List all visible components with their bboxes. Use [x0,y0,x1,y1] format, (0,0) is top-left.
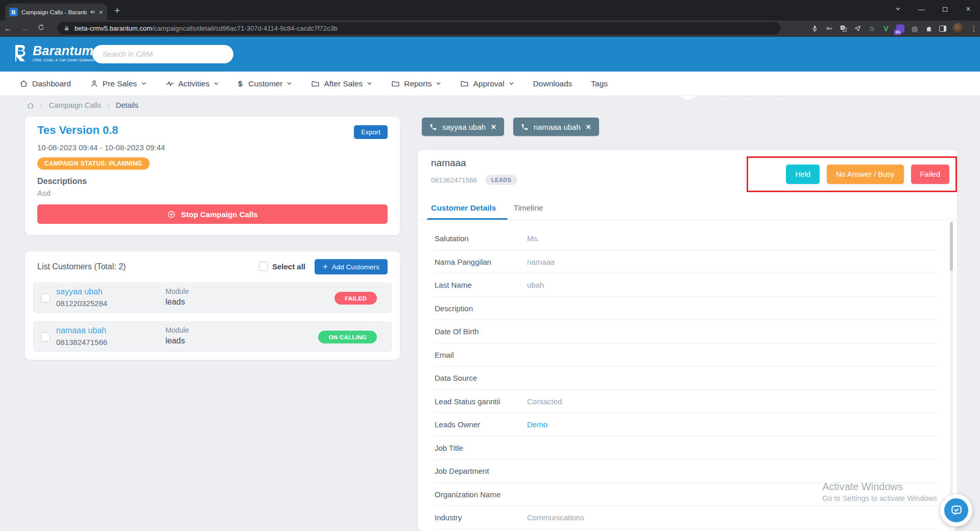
detail-customer-phone: 081382471566 [431,176,477,184]
nav-item-after-sales[interactable]: After Sales [311,79,372,88]
breadcrumb-campaign-calls[interactable]: Campaign Calls [49,101,101,109]
export-button[interactable]: Export [354,125,388,139]
scrollbar-thumb[interactable] [950,222,953,271]
bookmark-star-icon[interactable]: ☆ [868,25,876,33]
customer-detail-card: namaaa 081382471566 LEADS Held No Answer… [418,150,957,531]
chevron-down-icon [367,81,372,86]
detail-customer-name: namaaa [431,157,466,169]
target-extension-icon[interactable]: ◎ [911,25,919,33]
field-row: Lead Status ganntii Contacted [435,390,939,413]
back-icon[interactable]: ← [0,24,16,33]
no-answer-busy-button[interactable]: No Answer / Busy [827,165,903,184]
password-key-icon[interactable] [825,25,833,33]
nav-item-tags[interactable]: Tags [591,79,608,88]
brand-name: Barantum [33,44,94,58]
browser-tab[interactable]: B Campaign Calls - Barantum C × [5,4,107,20]
customer-row[interactable]: sayyaa ubah 081220325284 Module leads FA… [33,283,392,313]
customer-name-link[interactable]: namaaa ubah [56,326,106,335]
descriptions-value: Asd [37,189,51,197]
customer-row[interactable]: namaaa ubah 081382471566 Module leads ON… [33,321,392,352]
customer-name-link[interactable]: sayyaa ubah [56,287,103,296]
field-row: Organization Name [435,483,939,506]
address-bar[interactable]: beta-crmv5.barantum.com /campaigncalls/d… [57,22,780,35]
browser-profile-avatar[interactable] [952,23,964,34]
browser-menu-icon[interactable]: ⋮ [970,25,978,33]
lock-icon [63,25,70,32]
held-button[interactable]: Held [786,165,820,184]
tab-title: Campaign Calls - Barantum C [21,9,87,15]
chat-widget-button[interactable] [940,494,972,526]
tab-audio-icon[interactable] [89,9,96,15]
failed-button[interactable]: Failed [911,165,950,184]
browser-url-bar: ← → beta-crmv5.barantum.com /campaigncal… [0,20,980,37]
window-maximize-button[interactable] [933,6,957,13]
active-call-chips: sayyaa ubah ✕ namaaa ubah ✕ [422,118,599,136]
main-nav: Dashboard Pre Sales Activities $ Custome… [0,72,980,96]
tab-search-caret-icon[interactable] [886,6,910,13]
search-input[interactable] [92,45,233,63]
folder-icon [311,79,320,88]
call-chip[interactable]: sayyaa ubah ✕ [422,118,504,136]
share-icon[interactable] [853,25,862,33]
detail-scrollbar[interactable] [950,222,953,503]
field-row: Leads Owner Demo [435,413,939,436]
select-all-checkbox[interactable] [259,262,268,271]
module-value: leads [165,336,185,345]
tab-close-icon[interactable]: × [99,8,103,16]
field-row: Description [435,297,939,320]
campaign-card: Tes Version 0.8 Export 10-08-2023 09:44 … [25,117,400,235]
activity-icon [165,79,174,88]
window-minimize-button[interactable]: — [910,6,933,13]
app-header: Barantum CRM, Chats, & Call Center Softw… [0,37,980,72]
chat-widget-icon [944,498,968,522]
extensions-puzzle-icon[interactable] [925,25,933,33]
barantum-logo[interactable]: Barantum CRM, Chats, & Call Center Softw… [13,44,94,62]
extension-badge: 21 [894,30,901,35]
customer-checkbox[interactable] [41,293,50,303]
chevron-down-icon [141,81,147,86]
close-icon[interactable]: ✕ [491,123,496,131]
plus-icon: + [323,262,327,271]
home-icon[interactable] [27,102,34,109]
call-chip[interactable]: namaaa ubah ✕ [513,118,599,136]
nav-item-approval[interactable]: Approval [460,79,514,88]
field-row: Last Name ubah [435,273,939,297]
folder-icon [391,79,400,88]
campaign-period: 10-08-2023 09:44 - 10-08-2023 09:44 [37,143,165,152]
field-row: Job Title [435,436,939,460]
add-customers-button[interactable]: + Add Customers [315,259,388,274]
nav-item-customer[interactable]: $ Customer [238,79,292,88]
tab-timeline[interactable]: Timeline [513,203,543,219]
nav-item-pre-sales[interactable]: Pre Sales [90,79,147,88]
close-icon[interactable]: ✕ [586,123,591,131]
mic-icon[interactable] [810,25,819,33]
descriptions-label: Descriptions [37,177,87,186]
select-all-label: Select all [272,262,305,271]
window-close-button[interactable]: × [957,5,980,14]
url-domain: beta-crmv5.barantum.com [75,25,152,32]
folder-icon [460,79,469,88]
customer-checkbox[interactable] [41,332,50,341]
field-row: Industry Communications [435,506,939,529]
side-panel-icon[interactable] [939,26,946,32]
nav-item-downloads[interactable]: Downloads [533,79,572,88]
translate-icon[interactable] [839,25,847,33]
customer-fields: Salutation Ms. Nama Panggilan namaaa Las… [418,227,957,529]
nav-item-activities[interactable]: Activities [165,79,219,88]
nav-item-reports[interactable]: Reports [391,79,441,88]
leads-owner-link[interactable]: Demo [527,413,547,436]
nav-item-dashboard[interactable]: Dashboard [19,79,71,88]
new-tab-button[interactable]: + [114,6,120,15]
reload-icon[interactable] [33,24,49,33]
stop-campaign-calls-button[interactable]: Stop Campaign Calls [37,204,388,224]
forward-icon[interactable]: → [16,24,33,33]
status-badge: ON CALLING [318,331,377,343]
module-value: leads [165,297,185,307]
phone-icon [429,123,437,131]
field-row: Data Source [435,366,939,390]
purple-extension-icon[interactable]: 21 [896,25,904,33]
chevron-down-icon [286,81,292,86]
tab-customer-details[interactable]: Customer Details [431,203,496,219]
vue-devtools-extension-icon[interactable]: V [882,25,890,33]
url-path: /campaigncalls/detail/cd96ac71-307d-4114… [152,25,338,32]
